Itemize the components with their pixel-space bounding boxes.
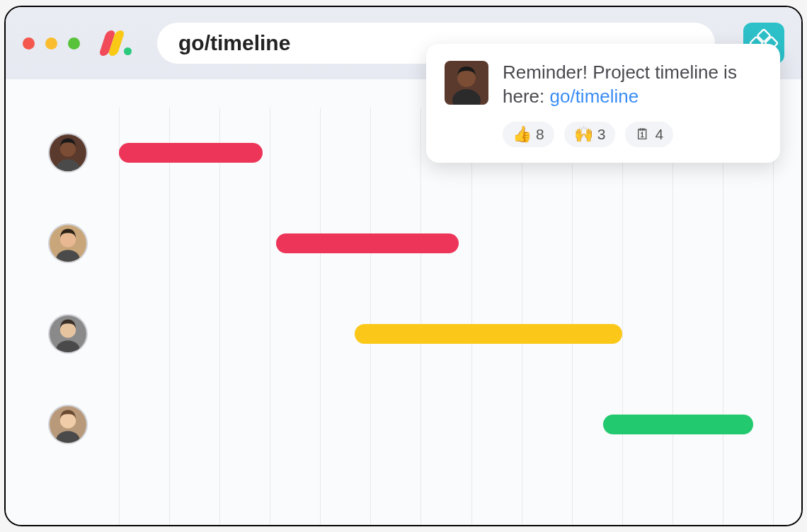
reaction-count: 4 [655,126,663,143]
message-body: Reminder! Project timeline is here: go/t… [445,61,762,109]
window-controls [23,37,80,50]
bar-track [119,415,773,434]
timeline-row [48,198,773,289]
user-avatar[interactable] [48,405,88,444]
avatar-image [50,316,86,352]
timeline-bar[interactable] [276,233,459,253]
timeline-row [48,379,773,470]
minimize-button[interactable] [45,37,57,50]
user-avatar[interactable] [48,133,88,173]
reaction-emoji: 🗓 [635,125,651,144]
message-text: Reminder! Project timeline is here: go/t… [503,61,762,109]
timeline-row [48,289,773,379]
reaction-emoji: 🙌 [574,125,593,144]
bar-track [119,233,773,253]
logo-dot-green [124,47,132,55]
reaction-emoji: 👍 [513,125,532,144]
reaction-pill[interactable]: 👍8 [503,122,554,147]
avatar-image [50,225,86,262]
user-avatar[interactable] [48,314,88,354]
close-button[interactable] [23,37,35,50]
message-link[interactable]: go/timeline [550,86,639,107]
reactions-row: 👍8🙌3🗓4 [503,122,762,147]
timeline-bar[interactable] [603,415,754,434]
avatar-image [50,406,86,443]
reaction-count: 3 [597,126,606,143]
reaction-pill[interactable]: 🗓4 [625,122,673,147]
chat-message-card: Reminder! Project timeline is here: go/t… [426,44,780,163]
reaction-pill[interactable]: 🙌3 [564,122,616,147]
grid-line [773,108,774,525]
avatar-image [445,61,488,105]
reaction-count: 8 [536,126,544,143]
bar-track [119,324,773,344]
user-avatar[interactable] [48,224,88,263]
timeline-bar[interactable] [119,143,263,163]
app-logo [103,30,132,56]
avatar-image [50,134,86,171]
maximize-button[interactable] [68,37,80,50]
url-text: go/timeline [178,31,290,55]
timeline-bar[interactable] [355,324,623,344]
message-avatar [445,61,488,105]
